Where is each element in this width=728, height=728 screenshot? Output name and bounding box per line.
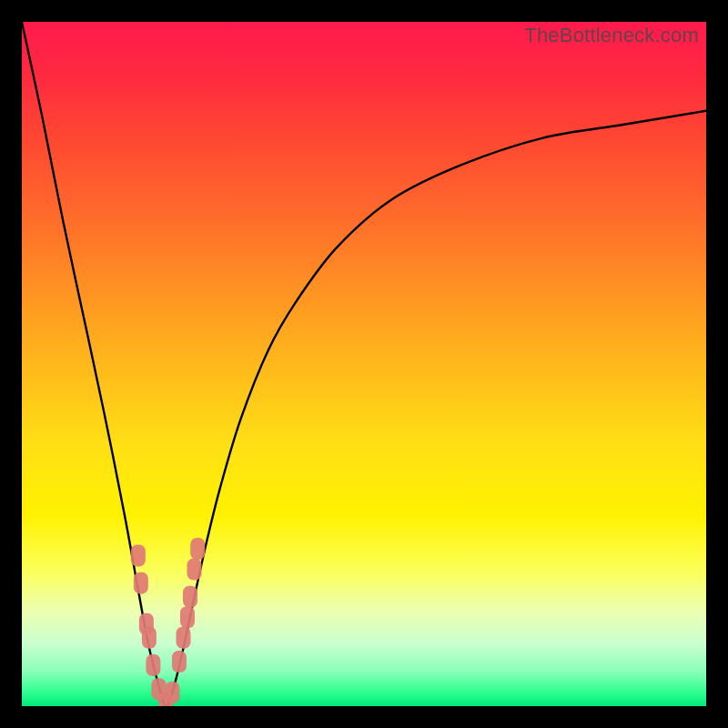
marker-point: [142, 627, 157, 649]
marker-point: [146, 654, 160, 676]
marker-point: [172, 651, 187, 672]
data-markers: [131, 538, 205, 706]
marker-point: [190, 538, 205, 560]
marker-point: [134, 572, 148, 594]
bottleneck-curve: [22, 22, 706, 706]
chart-svg: [22, 22, 706, 706]
plot-area: TheBottleneck.com: [22, 22, 706, 706]
chart-frame: TheBottleneck.com: [0, 0, 728, 728]
marker-point: [165, 682, 179, 703]
marker-point: [180, 606, 195, 628]
marker-point: [187, 559, 202, 581]
marker-point: [131, 545, 146, 567]
marker-point: [176, 627, 190, 649]
marker-point: [183, 586, 197, 608]
